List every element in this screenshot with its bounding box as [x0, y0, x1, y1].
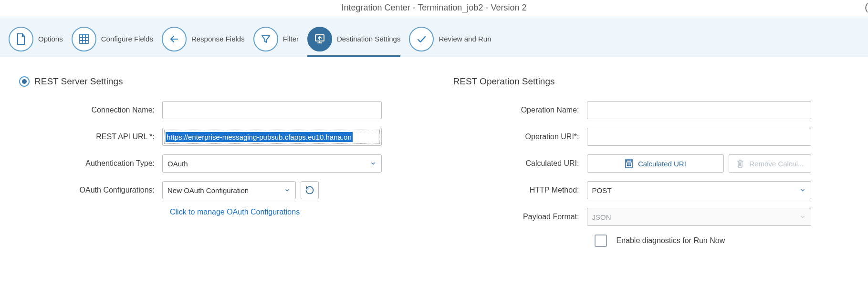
chevron-down-icon — [284, 187, 291, 194]
authentication-type-select[interactable]: OAuth — [162, 154, 382, 173]
step-filter[interactable]: Filter — [253, 21, 299, 57]
step-label: Options — [38, 35, 63, 43]
authentication-type-value: OAuth — [167, 160, 188, 168]
payload-format-label: Payload Format: — [449, 213, 587, 221]
operation-uri-label: Operation URI*: — [449, 133, 587, 141]
chevron-down-icon — [370, 160, 376, 167]
rest-api-url-label: REST API URL *: — [19, 133, 162, 141]
step-label: Destination Settings — [337, 35, 400, 43]
chevron-down-icon — [799, 187, 806, 194]
http-method-value: POST — [592, 186, 612, 194]
section-title: REST Server Settings — [34, 76, 123, 87]
oauth-configurations-value: New OAuth Configuration — [167, 186, 249, 194]
calculated-uri-button-label: Calculated URI — [638, 160, 686, 168]
svg-rect-11 — [627, 160, 631, 162]
calculated-uri-label: Calculated URI: — [449, 159, 587, 168]
section-title: REST Operation Settings — [449, 76, 859, 87]
arrow-left-icon — [162, 27, 187, 51]
trash-icon — [736, 159, 744, 168]
svg-point-12 — [627, 163, 628, 164]
svg-point-14 — [630, 163, 631, 164]
http-method-select[interactable]: POST — [587, 181, 811, 199]
calculator-icon — [625, 159, 633, 168]
refresh-icon — [305, 185, 314, 195]
manage-oauth-link[interactable]: Click to manage OAuth Configurations — [170, 208, 429, 216]
svg-point-16 — [628, 165, 629, 166]
connection-name-input[interactable] — [162, 101, 382, 119]
step-label: Filter — [283, 35, 299, 43]
operation-name-label: Operation Name: — [449, 106, 587, 114]
http-method-label: HTTP Method: — [449, 186, 587, 194]
svg-point-17 — [630, 165, 631, 166]
step-configure-fields[interactable]: Configure Fields — [72, 21, 153, 57]
rest-operation-settings-section: REST Operation Settings Operation Name: … — [449, 76, 859, 247]
step-label: Review and Run — [439, 35, 491, 43]
payload-format-select: JSON — [587, 208, 811, 226]
operation-uri-input[interactable] — [587, 128, 811, 146]
rest-api-url-input[interactable]: https://enterprise-messaging-pubsub.cfap… — [162, 128, 382, 146]
refresh-button[interactable] — [301, 181, 319, 199]
upload-monitor-icon — [307, 27, 332, 51]
grid-icon — [72, 27, 96, 51]
rest-api-url-value: https://enterprise-messaging-pubsub.cfap… — [166, 132, 353, 142]
info-icon-partial: ( — [865, 2, 868, 13]
svg-point-13 — [628, 163, 629, 164]
wizard-step-bar: Options Configure Fields Response Fields… — [0, 17, 868, 57]
oauth-configurations-label: OAuth Configurations: — [19, 186, 162, 194]
step-review-run[interactable]: Review and Run — [409, 21, 491, 57]
connection-name-label: Connection Name: — [19, 106, 162, 114]
rest-server-settings-radio[interactable] — [19, 76, 30, 87]
step-destination-settings[interactable]: Destination Settings — [307, 21, 400, 57]
enable-diagnostics-checkbox[interactable] — [595, 235, 607, 247]
chevron-down-icon — [799, 214, 806, 220]
step-label: Response Fields — [191, 35, 245, 43]
remove-calculated-button[interactable]: Remove Calcul... — [729, 154, 811, 173]
step-options[interactable]: Options — [9, 21, 63, 57]
operation-name-input[interactable] — [587, 101, 811, 119]
enable-diagnostics-label: Enable diagnostics for Run Now — [617, 236, 725, 245]
oauth-configurations-select[interactable]: New OAuth Configuration — [162, 181, 296, 199]
remove-calculated-button-label: Remove Calcul... — [749, 160, 804, 168]
authentication-type-label: Authentication Type: — [19, 159, 162, 168]
step-label: Configure Fields — [101, 35, 153, 43]
svg-point-15 — [627, 165, 628, 166]
svg-rect-0 — [80, 35, 88, 43]
check-icon — [409, 27, 434, 51]
funnel-icon — [253, 27, 278, 51]
payload-format-value: JSON — [592, 213, 611, 221]
step-response-fields[interactable]: Response Fields — [162, 21, 245, 57]
page-title: Integration Center - Termination_job2 - … — [0, 0, 868, 17]
page-icon — [9, 27, 33, 51]
calculated-uri-button[interactable]: Calculated URI — [587, 154, 724, 173]
rest-server-settings-section: REST Server Settings Connection Name: RE… — [19, 76, 429, 247]
